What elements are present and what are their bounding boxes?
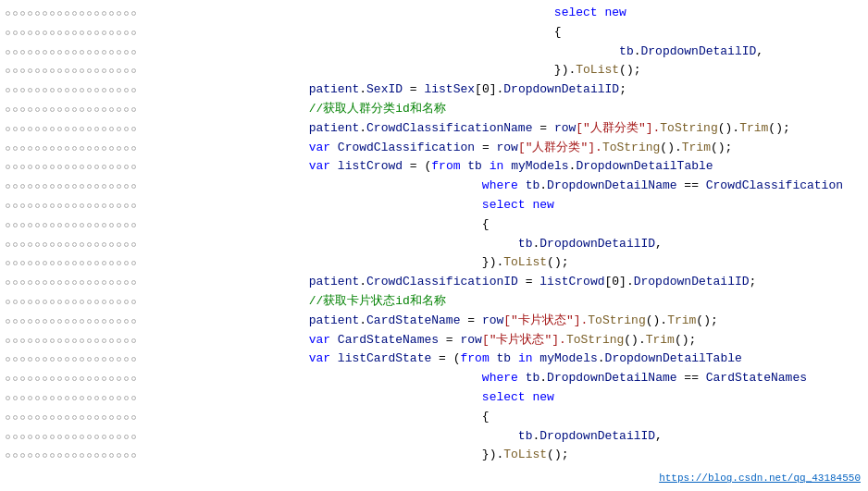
gutter-dot (28, 223, 32, 227)
line-gutter (0, 453, 222, 458)
gutter-dot (65, 165, 69, 169)
gutter-dot (50, 107, 55, 112)
gutter-dot (87, 50, 92, 55)
gutter-dot (109, 88, 114, 92)
gutter-dot (35, 31, 40, 35)
gutter-dot (72, 165, 77, 169)
gutter-dot (50, 319, 55, 324)
gutter-dot (43, 68, 47, 73)
gutter-dot (28, 68, 32, 73)
gutter-dot (65, 415, 69, 420)
gutter-dot (35, 300, 40, 304)
gutter-dot (87, 31, 92, 35)
code-token: ToList (503, 255, 547, 269)
gutter-dot (28, 300, 32, 304)
code-line: }).ToList(); (0, 61, 868, 80)
gutter-dot (131, 88, 136, 92)
code-token: , (655, 237, 663, 251)
line-gutter (0, 338, 222, 343)
line-content: //获取人群分类id和名称 (222, 100, 861, 119)
gutter-dot (94, 184, 99, 189)
gutter-dot (80, 300, 84, 304)
gutter-dot (109, 453, 114, 458)
gutter-dot (94, 280, 99, 285)
code-token: patient (309, 82, 360, 96)
code-token: patient (309, 121, 360, 135)
code-token: CardStateNames (706, 371, 807, 385)
gutter-dot (117, 31, 121, 35)
gutter-dot (124, 357, 129, 362)
gutter-dot (109, 338, 114, 343)
gutter-dot (124, 223, 129, 227)
line-gutter (0, 300, 222, 304)
gutter-dot (131, 300, 136, 304)
gutter-dot (57, 68, 62, 73)
gutter-dot (131, 127, 136, 131)
code-token: Trim (739, 121, 768, 135)
gutter-dot (131, 376, 136, 381)
gutter-dot (65, 338, 69, 343)
gutter-dot (6, 319, 10, 324)
gutter-dot (94, 415, 99, 420)
line-content: var listCardState = (from tb in myModels… (222, 350, 861, 369)
code-token: row (496, 141, 517, 154)
gutter-dot (6, 165, 10, 169)
gutter-dot (20, 319, 25, 324)
gutter-dot (117, 11, 121, 16)
gutter-dot (35, 107, 40, 112)
gutter-dot (117, 146, 121, 151)
gutter-dot (124, 376, 129, 381)
gutter-dot (131, 165, 136, 169)
gutter-dot (109, 184, 114, 189)
line-gutter (0, 88, 222, 92)
gutter-dot (43, 396, 47, 400)
url-label[interactable]: https://blog.csdn.net/qq_43184550 (659, 471, 861, 487)
gutter-dot (28, 415, 32, 420)
gutter-dot (131, 50, 136, 55)
code-token: from (431, 159, 460, 173)
gutter-dot (80, 319, 84, 324)
gutter-dot (43, 31, 47, 35)
gutter-dot (43, 88, 47, 92)
gutter-dot (35, 453, 40, 458)
code-line: //获取人群分类id和名称 (0, 100, 868, 119)
gutter-dot (94, 68, 99, 73)
gutter-dot (28, 319, 32, 324)
code-token: (). (718, 121, 739, 135)
code-token: patient (309, 275, 360, 288)
gutter-dot (65, 50, 69, 55)
gutter-dot (28, 376, 32, 381)
gutter-dot (72, 300, 77, 304)
gutter-dot (109, 396, 114, 400)
gutter-dot (102, 415, 106, 420)
gutter-dot (87, 88, 92, 92)
gutter-dot (117, 223, 121, 227)
gutter-dot (80, 184, 84, 189)
code-token: CardStateName (366, 313, 460, 327)
gutter-dot (117, 338, 121, 343)
gutter-dot (72, 31, 77, 35)
gutter-dot (124, 453, 129, 458)
gutter-dots (0, 31, 142, 35)
gutter-dot (20, 338, 25, 343)
gutter-dot (131, 396, 136, 400)
gutter-dot (72, 435, 77, 439)
gutter-dot (117, 68, 121, 73)
gutter-dot (35, 435, 40, 439)
gutter-dot (35, 127, 40, 131)
code-token: var (309, 141, 330, 154)
gutter-dot (87, 300, 92, 304)
gutter-dot (102, 223, 106, 227)
gutter-dot (124, 11, 129, 16)
gutter-dot (43, 50, 47, 55)
gutter-dot (20, 357, 25, 362)
gutter-dot (124, 203, 129, 208)
code-token: ToString (602, 141, 660, 154)
gutter-dot (87, 11, 92, 16)
gutter-dot (6, 50, 10, 55)
gutter-dot (43, 357, 47, 362)
gutter-dot (20, 396, 25, 400)
gutter-dot (43, 319, 47, 324)
gutter-dot (72, 280, 77, 285)
gutter-dot (102, 146, 106, 151)
